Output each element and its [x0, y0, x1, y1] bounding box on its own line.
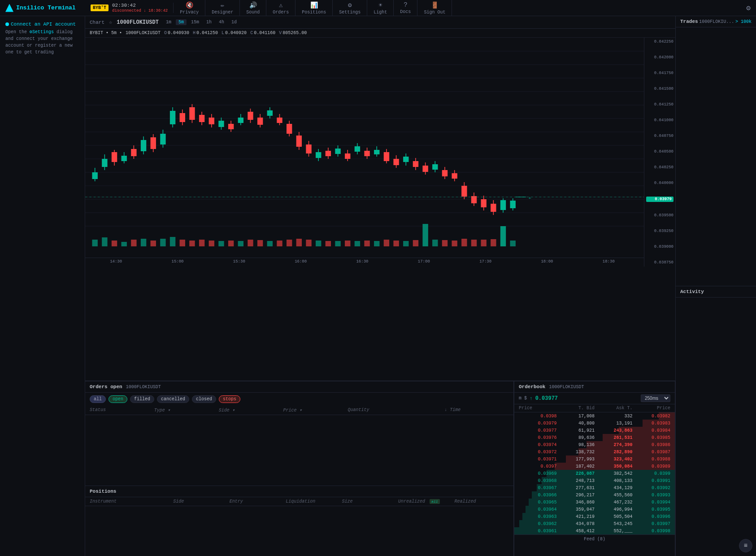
- pos-col-liquidation: Liquidation: [286, 499, 340, 504]
- svg-rect-81: [403, 157, 408, 162]
- nav-settings[interactable]: ⚙ Settings: [333, 0, 367, 16]
- svg-rect-121: [228, 241, 234, 246]
- svg-rect-35: [180, 113, 185, 122]
- filter-filled[interactable]: filled: [130, 395, 154, 403]
- ob-col-ask: Ask T.: [595, 406, 633, 411]
- time-label: 16:30: [356, 259, 368, 264]
- tf-15m[interactable]: 15m: [188, 19, 202, 25]
- ob-price: 0.03974: [519, 442, 557, 447]
- ob-ask-row: 0.03972 138,732 282,890 0.03987: [514, 448, 675, 455]
- svg-rect-144: [452, 241, 457, 246]
- ob-tbid: 138,732: [557, 450, 595, 455]
- ob-ask-price: 0.03988: [633, 457, 671, 462]
- ob-price: 0.0398: [519, 414, 557, 419]
- nav-docs[interactable]: ? Docs: [394, 0, 417, 16]
- filter-open[interactable]: open: [109, 395, 127, 403]
- ob-bid-row: 0.03966 296,217 455,560 0.03993: [514, 491, 675, 499]
- svg-rect-69: [345, 153, 350, 159]
- ob-ask-price: 0.03997: [633, 521, 671, 526]
- ob-tbid: 248,713: [557, 478, 595, 483]
- svg-rect-134: [355, 241, 360, 246]
- nav-light[interactable]: ☀ Light: [367, 0, 394, 16]
- positions-title: Positions: [90, 489, 116, 494]
- privacy-icon: 🔇: [186, 1, 193, 9]
- svg-rect-89: [442, 170, 448, 176]
- orders-panel: Orders open 1000FLOKIUSDT all open fille…: [85, 381, 514, 556]
- ob-ms-selector[interactable]: 250ms 500ms 1000ms: [641, 394, 670, 402]
- sidebar-title: Connect an API account: [5, 22, 79, 27]
- svg-rect-61: [306, 144, 311, 153]
- nav-privacy[interactable]: 🔇 Privacy: [174, 0, 205, 16]
- svg-rect-149: [500, 226, 506, 246]
- activity-title: Activity: [680, 289, 704, 294]
- global-settings-icon[interactable]: ⚙: [746, 4, 751, 13]
- price-level: 0.040750: [646, 134, 673, 138]
- ob-col-price: Price: [519, 406, 557, 411]
- ob-tbid: 40,800: [557, 421, 595, 426]
- ob-ask-row: 0.03977 61,921 243,863 0.03984: [514, 427, 675, 434]
- price-level: 0.038750: [646, 260, 673, 265]
- filter-all[interactable]: all: [90, 395, 106, 403]
- ob-col-ask-price: Price: [633, 406, 671, 411]
- svg-rect-65: [326, 151, 331, 156]
- orders-table-header: Status Type ▾ Side ▾ Price ▾ Quantity ↓ …: [85, 406, 513, 415]
- col-side: Side ▾: [219, 407, 283, 413]
- nav-designer[interactable]: ✏️ Designer: [205, 0, 240, 16]
- time-label: 14:30: [110, 259, 122, 264]
- ms-dropdown[interactable]: 250ms 500ms 1000ms: [641, 394, 670, 402]
- ob-ask-price: 0.03993: [633, 493, 671, 498]
- orders-icon: ⚠: [279, 1, 282, 9]
- orders-body: [85, 415, 513, 486]
- orders-symbol: 1000FLOKIUSDT: [126, 385, 161, 390]
- ob-ask-price: 0.03989: [633, 464, 671, 469]
- ob-ask-row: 0.0397 187,402 350,084 0.03989: [514, 463, 675, 470]
- ob-ask-price: 0.03986: [633, 442, 671, 447]
- svg-rect-110: [122, 242, 127, 246]
- ob-ask: 455,560: [595, 493, 633, 498]
- nav-positions[interactable]: 📊 Positions: [295, 0, 333, 16]
- tf-1m[interactable]: 1m: [163, 19, 174, 25]
- svg-rect-135: [364, 241, 369, 246]
- ob-ask-price: 0.03998: [633, 529, 671, 534]
- chart-area[interactable]: +: [85, 38, 675, 267]
- ob-tbid: 17,008: [557, 414, 595, 419]
- filter-stops[interactable]: stops: [219, 395, 240, 403]
- svg-rect-133: [345, 241, 350, 246]
- svg-rect-143: [442, 240, 448, 246]
- tf-1d[interactable]: 1d: [229, 19, 239, 25]
- tf-4h[interactable]: 4h: [216, 19, 227, 25]
- ohlcv-low: L0.040920: [222, 31, 247, 35]
- svg-rect-59: [296, 136, 302, 147]
- chart-ohlcv: BYBIT • 5m • 1000FLOKIUSDT O0.040930 H0.…: [85, 29, 675, 38]
- svg-rect-119: [209, 241, 214, 246]
- time-label: 18:30: [603, 259, 615, 264]
- nav-light-label: Light: [374, 10, 387, 15]
- unrealized-badge: all: [430, 499, 439, 504]
- topbar-nav: 🔇 Privacy ✏️ Designer 🔊 Sound ⚠ Orders 📊…: [174, 0, 741, 16]
- svg-rect-109: [112, 241, 117, 246]
- svg-rect-132: [335, 241, 340, 246]
- nav-sound[interactable]: 🔊 Sound: [240, 0, 266, 16]
- svg-rect-120: [218, 241, 224, 246]
- time-label: 16:00: [295, 259, 307, 264]
- ob-ask: 274,390: [595, 442, 633, 447]
- favorite-icon[interactable]: ☆: [109, 19, 112, 26]
- nav-orders[interactable]: ⚠ Orders: [266, 0, 295, 16]
- ob-price: 0.03979: [519, 421, 557, 426]
- tf-5m[interactable]: 5m: [176, 19, 187, 25]
- ob-tbid: 187,402: [557, 464, 595, 469]
- connect-desc: Open the ⚙Settings dialog and connect yo…: [5, 29, 79, 56]
- svg-rect-39: [199, 115, 204, 122]
- settings-link[interactable]: ⚙Settings: [30, 30, 54, 35]
- filter-closed[interactable]: closed: [192, 395, 216, 403]
- tf-1h[interactable]: 1h: [204, 19, 214, 25]
- filter-cancelled[interactable]: cancelled: [157, 395, 189, 403]
- trades-filter[interactable]: > 100k: [735, 19, 752, 24]
- ohlcv-close: C0.041160: [250, 31, 275, 35]
- nav-signout[interactable]: 🚪 Sign Out: [417, 0, 452, 16]
- nav-sound-label: Sound: [246, 10, 260, 15]
- sidebar-connect: Connect an API account Open the ⚙Setting…: [5, 22, 79, 56]
- ob-tbid: 421,219: [557, 514, 595, 519]
- pos-col-unrealized: Unrealized all: [398, 499, 452, 504]
- positions-header: Positions: [85, 486, 513, 497]
